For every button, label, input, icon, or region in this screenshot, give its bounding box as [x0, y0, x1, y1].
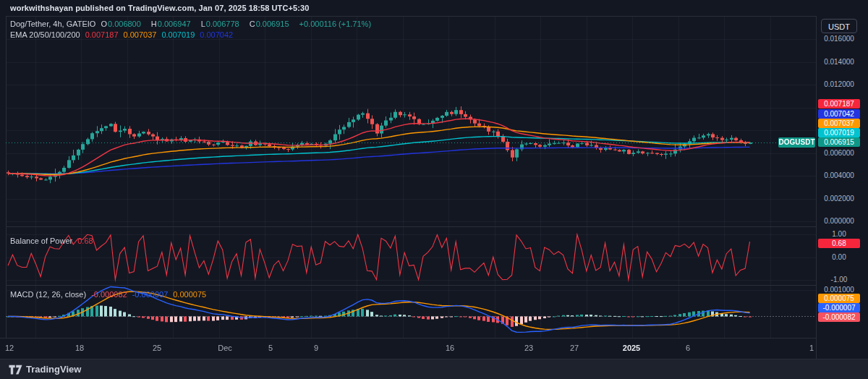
price-badge: -0.000082 [818, 312, 860, 322]
axis-tick-label: 0.004000 [818, 171, 860, 180]
price-badge: -0.000007 [818, 303, 860, 312]
axis-tick-label: 0.000000 [818, 217, 860, 226]
ohlc-low: L0.006778 [201, 20, 244, 28]
main-legend: Dog/Tether, 4h, GATEIOO0.006800H0.006947… [10, 19, 376, 29]
time-tick-label: 5 [268, 343, 273, 353]
axis-tick-label: -1.00 [818, 276, 860, 284]
price-badge: 0.007187 [818, 99, 860, 108]
ema-legend: EMA 20/50/100/2000.0071870.0070370.00701… [10, 30, 238, 40]
macd-line-value: -0.000007 [132, 290, 169, 299]
chart-canvas[interactable] [0, 0, 816, 359]
price-badge: 0.006915 [818, 137, 860, 147]
price-badge: 0.000075 [818, 294, 860, 303]
tradingview-snapshot: workwithshayan published on TradingView.… [0, 0, 868, 379]
footer-bar: TradingView [0, 359, 868, 379]
macd-hist-value: -0.000082 [91, 290, 127, 299]
time-tick-label: 12 [5, 343, 14, 353]
ohlc-high: H0.006947 [151, 20, 196, 28]
snapshot-header: workwithshayan published on TradingView.… [0, 0, 868, 16]
ohlc-open: O0.006800 [101, 20, 145, 28]
macd-title: MACD (12, 26, close) [10, 290, 86, 299]
tradingview-logo-icon[interactable] [9, 365, 22, 375]
symbol-price-label: DOGUSDT [778, 137, 815, 148]
macd-legend: MACD (12, 26, close)-0.000082-0.0000070.… [10, 289, 211, 299]
change-value: +0.000116 (+1.71%) [299, 20, 371, 28]
time-tick-label: 25 [153, 343, 161, 353]
macd-signal-value: 0.000075 [173, 290, 206, 299]
time-tick-label: 27 [570, 343, 579, 353]
currency-toggle-button[interactable]: USDT [821, 19, 857, 33]
time-scale[interactable]: 121825Dec59162327202561 [0, 338, 816, 359]
time-tick-label: 16 [446, 343, 454, 353]
tradingview-brand[interactable]: TradingView [26, 359, 81, 379]
time-tick-label: 1 [809, 343, 814, 353]
axis-tick-label: 0.002000 [818, 195, 860, 203]
ohlc-close: C0.006915 [250, 20, 294, 28]
symbol-title: Dog/Tether, 4h, GATEIO [10, 20, 95, 28]
time-tick-label: 9 [314, 343, 318, 353]
price-badge: 0.007019 [818, 128, 860, 137]
ema100-value: 0.007019 [161, 30, 195, 39]
bop-value: 0.68 [77, 237, 93, 245]
axis-tick-label: 0.001000 [818, 286, 860, 294]
price-scale[interactable]: USDT 0.0160000.0140000.0120000.0060000.0… [816, 16, 868, 359]
time-tick-label: 18 [75, 343, 84, 353]
axis-tick-label: 1.00 [818, 230, 860, 239]
ema50-value: 0.007037 [124, 30, 157, 39]
time-tick-label: Dec [218, 343, 232, 353]
price-badge: 0.007037 [818, 119, 860, 128]
axis-tick-label: 0.016000 [818, 35, 860, 43]
time-tick-label: 23 [524, 343, 533, 353]
ema-title: EMA 20/50/100/200 [10, 30, 80, 39]
price-badge: 0.007042 [818, 109, 860, 119]
price-badge: 0.68 [818, 239, 860, 248]
axis-tick-label: 0.006000 [818, 149, 860, 158]
axis-tick-label: 0.00 [818, 253, 860, 262]
bop-title: Balance of Power [10, 237, 72, 245]
axis-tick-label: 0.012000 [818, 80, 860, 89]
ema200-value: 0.007042 [200, 30, 233, 39]
time-tick-label: 2025 [623, 343, 640, 353]
time-tick-label: 6 [686, 343, 690, 353]
bop-legend: Balance of Power0.68 [10, 236, 98, 246]
ema20-value: 0.007187 [85, 30, 119, 39]
axis-tick-label: 0.014000 [818, 58, 860, 67]
